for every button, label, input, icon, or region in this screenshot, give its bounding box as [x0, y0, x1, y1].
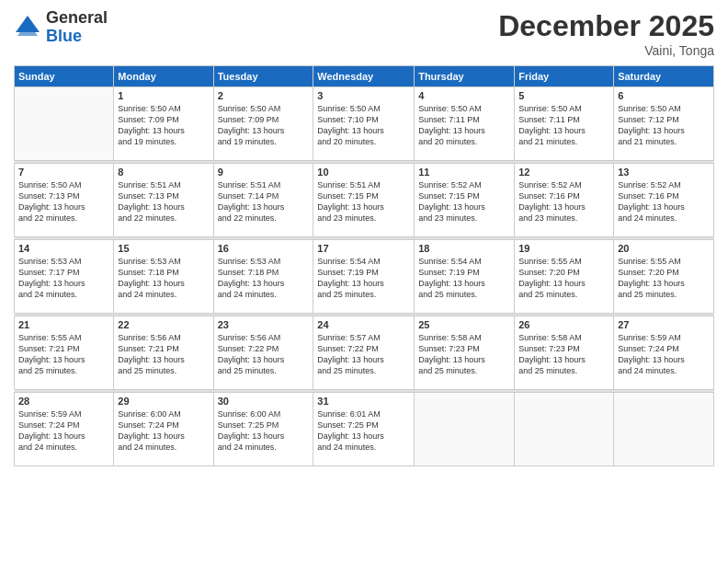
calendar-cell: 16Sunrise: 5:53 AM Sunset: 7:18 PM Dayli…	[213, 240, 313, 314]
day-number: 29	[118, 396, 209, 407]
day-info: Sunrise: 5:50 AM Sunset: 7:13 PM Dayligh…	[18, 179, 109, 224]
logo-icon	[14, 14, 41, 41]
day-number: 30	[218, 396, 310, 407]
week-row-1: 7Sunrise: 5:50 AM Sunset: 7:13 PM Daylig…	[15, 164, 714, 237]
day-info: Sunrise: 5:51 AM Sunset: 7:14 PM Dayligh…	[218, 179, 310, 224]
calendar-cell	[515, 393, 614, 466]
day-info: Sunrise: 5:55 AM Sunset: 7:21 PM Dayligh…	[18, 332, 109, 377]
calendar-cell: 21Sunrise: 5:55 AM Sunset: 7:21 PM Dayli…	[15, 316, 114, 390]
calendar-cell	[415, 393, 515, 466]
day-info: Sunrise: 5:55 AM Sunset: 7:20 PM Dayligh…	[518, 256, 609, 301]
day-number: 13	[618, 167, 710, 178]
logo: General Blue	[14, 9, 108, 46]
calendar-cell: 6Sunrise: 5:50 AM Sunset: 7:12 PM Daylig…	[614, 87, 714, 161]
location: Vaini, Tonga	[498, 43, 714, 58]
logo-text: General Blue	[46, 9, 108, 46]
col-tuesday: Tuesday	[213, 66, 313, 87]
day-number: 24	[317, 319, 410, 330]
calendar-cell: 18Sunrise: 5:54 AM Sunset: 7:19 PM Dayli…	[415, 240, 515, 314]
calendar-cell: 25Sunrise: 5:58 AM Sunset: 7:23 PM Dayli…	[415, 316, 515, 390]
calendar-cell: 30Sunrise: 6:00 AM Sunset: 7:25 PM Dayli…	[213, 393, 313, 466]
day-number: 23	[218, 319, 310, 330]
day-info: Sunrise: 5:50 AM Sunset: 7:09 PM Dayligh…	[118, 103, 209, 148]
day-info: Sunrise: 5:53 AM Sunset: 7:18 PM Dayligh…	[218, 256, 310, 301]
calendar-cell: 24Sunrise: 5:57 AM Sunset: 7:22 PM Dayli…	[313, 316, 415, 390]
day-number: 25	[418, 319, 510, 330]
day-info: Sunrise: 5:51 AM Sunset: 7:13 PM Dayligh…	[118, 179, 209, 224]
calendar-cell	[614, 393, 714, 466]
col-monday: Monday	[114, 66, 213, 87]
day-info: Sunrise: 5:52 AM Sunset: 7:16 PM Dayligh…	[518, 179, 609, 224]
page: General Blue December 2025 Vaini, Tonga …	[0, 0, 728, 563]
day-info: Sunrise: 6:00 AM Sunset: 7:25 PM Dayligh…	[218, 408, 310, 454]
day-number: 20	[618, 243, 710, 254]
day-number: 8	[118, 167, 209, 178]
day-number: 18	[418, 243, 510, 254]
day-number: 14	[18, 243, 109, 254]
day-number: 22	[118, 319, 209, 330]
calendar: Sunday Monday Tuesday Wednesday Thursday…	[14, 65, 714, 466]
calendar-cell: 1Sunrise: 5:50 AM Sunset: 7:09 PM Daylig…	[114, 87, 213, 161]
day-info: Sunrise: 5:58 AM Sunset: 7:23 PM Dayligh…	[418, 332, 510, 377]
day-info: Sunrise: 5:55 AM Sunset: 7:20 PM Dayligh…	[618, 256, 710, 301]
day-number: 4	[418, 90, 510, 101]
day-number: 17	[317, 243, 410, 254]
calendar-cell: 5Sunrise: 5:50 AM Sunset: 7:11 PM Daylig…	[515, 87, 614, 161]
day-info: Sunrise: 5:50 AM Sunset: 7:11 PM Dayligh…	[418, 103, 510, 148]
col-thursday: Thursday	[415, 66, 515, 87]
title-section: December 2025 Vaini, Tonga	[498, 9, 714, 58]
day-info: Sunrise: 5:57 AM Sunset: 7:22 PM Dayligh…	[317, 332, 410, 377]
day-info: Sunrise: 5:50 AM Sunset: 7:12 PM Dayligh…	[618, 103, 710, 148]
calendar-cell: 29Sunrise: 6:00 AM Sunset: 7:24 PM Dayli…	[114, 393, 213, 466]
calendar-cell: 9Sunrise: 5:51 AM Sunset: 7:14 PM Daylig…	[213, 164, 313, 237]
header-row: Sunday Monday Tuesday Wednesday Thursday…	[15, 66, 714, 87]
day-number: 21	[18, 319, 109, 330]
calendar-cell: 8Sunrise: 5:51 AM Sunset: 7:13 PM Daylig…	[114, 164, 213, 237]
calendar-cell: 20Sunrise: 5:55 AM Sunset: 7:20 PM Dayli…	[614, 240, 714, 314]
day-number: 11	[418, 167, 510, 178]
calendar-cell: 12Sunrise: 5:52 AM Sunset: 7:16 PM Dayli…	[515, 164, 614, 237]
day-number: 9	[218, 167, 310, 178]
calendar-cell: 31Sunrise: 6:01 AM Sunset: 7:25 PM Dayli…	[313, 393, 415, 466]
day-number: 15	[118, 243, 209, 254]
day-info: Sunrise: 5:50 AM Sunset: 7:09 PM Dayligh…	[218, 103, 310, 148]
week-row-0: 1Sunrise: 5:50 AM Sunset: 7:09 PM Daylig…	[15, 87, 714, 161]
day-number: 12	[518, 167, 609, 178]
calendar-cell: 22Sunrise: 5:56 AM Sunset: 7:21 PM Dayli…	[114, 316, 213, 390]
col-wednesday: Wednesday	[313, 66, 415, 87]
calendar-cell: 17Sunrise: 5:54 AM Sunset: 7:19 PM Dayli…	[313, 240, 415, 314]
day-number: 10	[317, 167, 410, 178]
col-sunday: Sunday	[15, 66, 114, 87]
week-row-4: 28Sunrise: 5:59 AM Sunset: 7:24 PM Dayli…	[15, 393, 714, 466]
day-info: Sunrise: 5:53 AM Sunset: 7:18 PM Dayligh…	[118, 256, 209, 301]
day-number: 2	[218, 90, 310, 101]
week-row-3: 21Sunrise: 5:55 AM Sunset: 7:21 PM Dayli…	[15, 316, 714, 390]
calendar-cell: 27Sunrise: 5:59 AM Sunset: 7:24 PM Dayli…	[614, 316, 714, 390]
month-title: December 2025	[498, 9, 714, 43]
day-number: 27	[618, 319, 710, 330]
calendar-cell: 7Sunrise: 5:50 AM Sunset: 7:13 PM Daylig…	[15, 164, 114, 237]
day-info: Sunrise: 5:56 AM Sunset: 7:21 PM Dayligh…	[118, 332, 209, 377]
day-info: Sunrise: 6:00 AM Sunset: 7:24 PM Dayligh…	[118, 408, 209, 454]
day-number: 1	[118, 90, 209, 101]
calendar-cell: 3Sunrise: 5:50 AM Sunset: 7:10 PM Daylig…	[313, 87, 415, 161]
day-number: 7	[18, 167, 109, 178]
day-number: 31	[317, 396, 410, 407]
day-info: Sunrise: 6:01 AM Sunset: 7:25 PM Dayligh…	[317, 408, 410, 454]
day-info: Sunrise: 5:50 AM Sunset: 7:10 PM Dayligh…	[317, 103, 410, 148]
logo-blue: Blue	[46, 28, 108, 46]
day-info: Sunrise: 5:59 AM Sunset: 7:24 PM Dayligh…	[618, 332, 710, 377]
week-row-2: 14Sunrise: 5:53 AM Sunset: 7:17 PM Dayli…	[15, 240, 714, 314]
day-info: Sunrise: 5:56 AM Sunset: 7:22 PM Dayligh…	[218, 332, 310, 377]
day-info: Sunrise: 5:58 AM Sunset: 7:23 PM Dayligh…	[518, 332, 609, 377]
day-number: 28	[18, 396, 109, 407]
day-info: Sunrise: 5:53 AM Sunset: 7:17 PM Dayligh…	[18, 256, 109, 301]
day-number: 3	[317, 90, 410, 101]
calendar-cell: 15Sunrise: 5:53 AM Sunset: 7:18 PM Dayli…	[114, 240, 213, 314]
day-info: Sunrise: 5:59 AM Sunset: 7:24 PM Dayligh…	[18, 408, 109, 454]
day-info: Sunrise: 5:51 AM Sunset: 7:15 PM Dayligh…	[317, 179, 410, 224]
day-number: 5	[518, 90, 609, 101]
col-friday: Friday	[515, 66, 614, 87]
day-number: 16	[218, 243, 310, 254]
calendar-cell	[15, 87, 114, 161]
